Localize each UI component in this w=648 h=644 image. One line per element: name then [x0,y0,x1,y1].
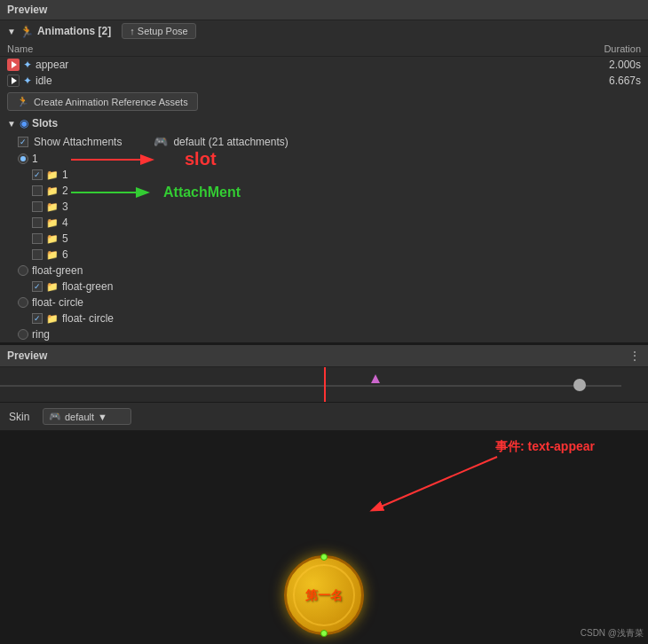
attachment-1-folder-icon: 📁 [46,169,59,181]
show-attachments-label: Show Attachments [34,136,122,148]
canvas-area: 事件: text-appear 第一名 [0,430,648,644]
timeline-area[interactable] [0,367,648,403]
attachment-4-name: 4 [62,216,68,229]
menu-dots-button[interactable]: ⋮ [628,349,641,363]
attachment-row-4[interactable]: 📁 4 [0,215,648,231]
attachment-float-circle-checkbox[interactable] [32,313,43,324]
attachment-5-name: 5 [62,232,68,245]
column-headers: Name Duration [0,42,648,57]
setup-pose-button[interactable]: ↑ Setup Pose [122,23,195,39]
top-panel: Preview ▼ 🏃 Animations [2] ↑ Setup Pose … [0,0,648,343]
attachment-2-name: 2 [62,185,68,197]
attachment-row-6[interactable]: 📁 6 [0,247,648,263]
slot-1-container: 1 slot [0,151,648,263]
animation-icon: 🏃 [20,25,34,38]
anim-idle-icon: ✦ [23,75,32,87]
skin-icon: 🎮 [154,135,168,148]
play-idle-button[interactable] [7,75,20,87]
show-attachments-row[interactable]: Show Attachments 🎮 default (21 attachmen… [0,132,648,151]
watermark: CSDN @浅青菜 [581,627,644,640]
main-container: Preview ▼ 🏃 Animations [2] ↑ Setup Pose … [0,0,648,644]
create-animation-button[interactable]: 🏃 Create Animation Reference Assets [7,92,198,111]
slot-1-name: 1 [32,153,38,165]
bottom-header: Preview ⋮ [0,345,648,367]
anim-btn-icon: 🏃 [17,96,29,107]
coin-asset: 第一名 [284,555,364,635]
attachment-3-folder-icon: 📁 [46,201,59,213]
attachment-3-checkbox[interactable] [32,201,43,212]
event-annotation-label: 事件: text-appear [495,439,595,453]
col-name-header: Name [7,43,575,54]
bottom-panel: Preview ⋮ Skin 🎮 default ▼ 事件: text-appe… [0,343,648,644]
slot-float-circle-radio[interactable] [18,297,28,308]
attachment-2-folder-icon: 📁 [46,185,59,197]
attachment-float-green-checkbox[interactable] [32,281,43,292]
attachment-6-checkbox[interactable] [32,249,43,260]
timeline-handle[interactable] [573,379,586,391]
attachment-2-container: 📁 2 AttachMent [0,183,648,199]
play-triangle-appear [12,61,17,68]
attachment-float-green-name: float-green [62,280,113,293]
attachment-row-5[interactable]: 📁 5 [0,231,648,247]
collapse-arrow-animations[interactable]: ▼ [7,27,16,36]
attachment-float-circle-row[interactable]: 📁 float- circle [0,310,648,326]
anim-appear-name: appear [36,59,575,71]
attachment-6-folder-icon: 📁 [46,249,59,261]
coin-dot-top [320,554,328,561]
attachment-1-name: 1 [62,169,68,181]
attachment-float-green-icon: 📁 [46,281,59,293]
skin-row: Skin 🎮 default ▼ [0,403,648,430]
skin-icon-dropdown: 🎮 [49,411,61,422]
coin-inner: 第一名 [293,564,355,626]
slots-label: Slots [32,117,58,130]
anim-row-appear[interactable]: ✦ appear 2.000s [0,57,648,73]
coin-outer: 第一名 [284,555,364,635]
skin-value: default [65,412,94,422]
slots-icon: ◉ [20,117,28,130]
attachment-3-name: 3 [62,200,68,213]
attachment-row-1[interactable]: 📁 1 [0,167,648,183]
skin-dropdown[interactable]: 🎮 default ▼ [43,408,131,425]
preview-title: Preview [7,4,47,16]
attachment-float-circle-name: float- circle [62,312,114,325]
attachment-float-green-row[interactable]: 📁 float-green [0,279,648,295]
attachment-4-folder-icon: 📁 [46,217,59,229]
show-attachments-checkbox[interactable] [18,137,28,147]
anim-idle-name: idle [36,75,575,87]
anim-row-idle[interactable]: ✦ idle 6.667s [0,73,648,89]
animations-section-header[interactable]: ▼ 🏃 Animations [2] ↑ Setup Pose [0,20,648,42]
coin-text: 第一名 [305,588,343,603]
slots-section: ▼ ◉ Slots Show Attachments 🎮 default (21… [0,114,648,342]
timeline-track [0,385,621,387]
skin-attachments-label: default (21 attachments) [173,136,288,148]
animations-label: Animations [2] [37,25,111,37]
attachment-row-3[interactable]: 📁 3 [0,199,648,215]
slot-ring-radio[interactable] [18,329,28,340]
attachment-2-checkbox[interactable] [32,185,43,196]
slot-ring-row[interactable]: ring [0,326,648,342]
attachment-4-checkbox[interactable] [32,217,43,228]
svg-line-2 [373,457,497,510]
event-annotation-text: 事件: text-appear [495,439,595,455]
bottom-preview-title: Preview [7,349,47,362]
play-appear-button[interactable] [7,59,20,71]
preview-header: Preview [0,0,648,20]
slot-float-circle-row[interactable]: float- circle [0,295,648,310]
coin-dot-bottom [320,630,328,637]
slots-header[interactable]: ▼ ◉ Slots [0,114,648,132]
slot-float-green-radio[interactable] [18,265,28,276]
anim-idle-duration: 6.667s [579,75,641,87]
slot-float-green-name: float-green [32,264,83,277]
slot-row-1[interactable]: 1 [0,151,648,167]
slot-float-circle-name: float- circle [32,296,83,309]
collapse-arrow-slots[interactable]: ▼ [7,119,16,129]
attachment-6-name: 6 [62,248,68,261]
attachment-1-checkbox[interactable] [32,169,43,180]
col-duration-header: Duration [579,43,641,54]
slot-1-radio[interactable] [18,153,28,164]
skin-label: Skin [9,411,36,423]
attachment-5-checkbox[interactable] [32,233,43,244]
attachment-row-2[interactable]: 📁 2 [0,183,648,199]
dropdown-arrow-icon: ▼ [98,412,107,422]
slot-float-green-row[interactable]: float-green [0,263,648,279]
